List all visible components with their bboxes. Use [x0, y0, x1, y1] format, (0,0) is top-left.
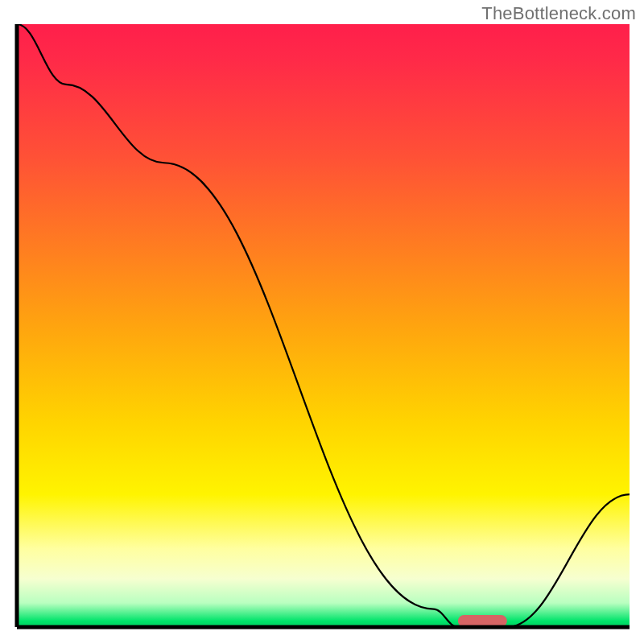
plot-area — [14, 24, 630, 630]
plot-frame — [14, 24, 630, 630]
gradient-background — [17, 24, 630, 627]
watermark-text: TheBottleneck.com — [481, 3, 636, 24]
chart-container: TheBottleneck.com — [0, 0, 644, 644]
